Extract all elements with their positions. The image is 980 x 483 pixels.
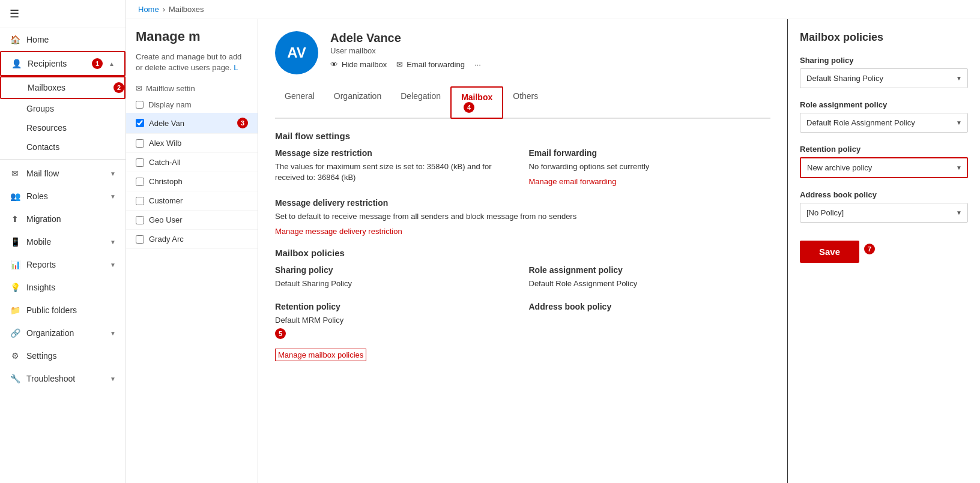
chevron-down-icon: ▼: [110, 193, 116, 200]
table-row[interactable]: Catch-All: [126, 153, 258, 172]
role-assignment-select[interactable]: Default Role Assignment Policy No Policy: [800, 113, 968, 133]
sidebar-item-label: Public folders: [26, 305, 116, 315]
row-name: Adele Van: [149, 119, 232, 128]
table-row[interactable]: Geo User: [126, 211, 258, 230]
tab-delegation[interactable]: Delegation: [391, 86, 450, 119]
retention-policy-label: Retention policy: [800, 145, 968, 154]
mailflow-settings-icon: ✉: [136, 84, 142, 93]
sharing-policy-select[interactable]: Default Sharing Policy No Policy: [800, 68, 968, 88]
manage-email-forwarding-link[interactable]: Manage email forwarding: [529, 177, 771, 186]
sidebar-item-mailflow[interactable]: ✉ Mail flow ▼: [0, 162, 126, 185]
sharing-policy-group: Sharing policy Default Sharing Policy No…: [800, 56, 968, 88]
list-panel-title: Manage m: [126, 29, 258, 52]
role-assignment-select-wrapper: Default Role Assignment Policy No Policy…: [800, 113, 968, 133]
save-button[interactable]: Save: [800, 241, 859, 263]
table-row[interactable]: Christoph: [126, 172, 258, 191]
address-book-select[interactable]: [No Policy]: [800, 203, 968, 223]
breadcrumb-mailboxes: Mailboxes: [169, 5, 204, 14]
sharing-policy-value: Default Sharing Policy: [275, 278, 517, 289]
sidebar-item-reports[interactable]: 📊 Reports ▼: [0, 253, 126, 276]
contacts-label: Contacts: [26, 142, 59, 152]
tab-others[interactable]: Others: [503, 86, 548, 119]
tab-mailbox[interactable]: Mailbox 4: [450, 86, 503, 119]
insights-icon: 💡: [10, 282, 20, 293]
row-name: Catch-All: [149, 158, 248, 167]
sharing-policy-label: Sharing policy: [800, 56, 968, 65]
table-row[interactable]: Grady Arc: [126, 230, 258, 249]
sidebar-item-label: Home: [26, 35, 116, 44]
mailboxes-badge: 2: [113, 82, 124, 93]
sidebar-item-migration[interactable]: ⬆ Migration: [0, 208, 126, 230]
user-type: User mailbox: [330, 46, 770, 55]
row-checkbox[interactable]: [136, 197, 144, 205]
more-options-button[interactable]: ···: [474, 60, 481, 69]
table-row[interactable]: Alex Wilb: [126, 134, 258, 153]
row-checkbox[interactable]: [136, 139, 144, 148]
sidebar-item-home[interactable]: 🏠 Home: [0, 28, 126, 51]
list-panel: Manage m Create and manage but to add or…: [126, 19, 258, 483]
sidebar-item-label: Reports: [26, 260, 104, 269]
sidebar-item-recipients[interactable]: 👤 Recipients 1 ▲: [0, 51, 126, 76]
row-checkbox[interactable]: [136, 158, 144, 167]
sidebar-item-label: Recipients: [28, 59, 86, 68]
save-badge: 7: [864, 244, 875, 254]
sidebar-item-label: Migration: [26, 214, 116, 224]
row-name: Customer: [149, 196, 248, 205]
manage-mailbox-policies-link[interactable]: Manage mailbox policies: [275, 349, 366, 361]
mail-flow-section-title: Mail flow settings: [275, 131, 770, 141]
main-content: Home › Mailboxes Manage m Create and man…: [126, 0, 980, 483]
role-assignment-col: Role assignment policy Default Role Assi…: [529, 265, 771, 289]
retention-policy-group: Retention policy New archive policy Defa…: [800, 145, 968, 178]
row-name: Grady Arc: [149, 235, 248, 244]
sidebar-item-contacts[interactable]: Contacts: [0, 137, 126, 157]
sidebar-header: ☰: [0, 0, 126, 28]
detail-panel: AV Adele Vance User mailbox 👁 Hide mailb…: [258, 19, 788, 483]
retention-policy-badge: 5: [275, 328, 286, 339]
breadcrumb: Home › Mailboxes: [126, 0, 980, 19]
sidebar-item-mobile[interactable]: 📱 Mobile ▼: [0, 230, 126, 253]
table-row[interactable]: Customer: [126, 191, 258, 211]
sidebar-item-insights[interactable]: 💡 Insights: [0, 276, 126, 299]
retention-policy-select[interactable]: New archive policy Default MRM Policy No…: [800, 157, 968, 178]
migration-icon: ⬆: [10, 214, 20, 224]
sidebar-item-roles[interactable]: 👥 Roles ▼: [0, 185, 126, 208]
sidebar-item-settings[interactable]: ⚙ Settings: [0, 344, 126, 367]
row-checkbox[interactable]: [136, 178, 144, 186]
tabs: General Organization Delegation Mailbox …: [275, 86, 770, 119]
hide-mailbox-button[interactable]: 👁 Hide mailbox: [330, 60, 387, 69]
mailflow-settings-label: Mailflow settin: [146, 84, 195, 93]
row-checkbox[interactable]: [136, 216, 144, 224]
message-size-col: Message size restriction The values for …: [275, 148, 517, 186]
active-users-link[interactable]: L: [234, 63, 238, 72]
avatar: AV: [275, 31, 318, 74]
groups-label: Groups: [26, 104, 54, 113]
sidebar-item-organization[interactable]: 🔗 Organization ▼: [0, 322, 126, 344]
email-forwarding-text: No forwarding options set currently: [529, 161, 771, 172]
sidebar-scroll: 🏠 Home 👤 Recipients 1 ▲ Mailboxes 2 Grou…: [0, 28, 126, 483]
sidebar-item-groups[interactable]: Groups: [0, 99, 126, 118]
table-row[interactable]: Adele Van 3: [126, 113, 258, 134]
sidebar-item-resources[interactable]: Resources: [0, 118, 126, 137]
manage-message-delivery-link[interactable]: Manage message delivery restriction: [275, 227, 770, 236]
hamburger-icon[interactable]: ☰: [10, 7, 19, 20]
row-checkbox[interactable]: [136, 119, 144, 127]
hide-mailbox-icon: 👁: [330, 60, 338, 69]
sidebar-item-label: Troubleshoot: [26, 374, 104, 383]
display-name-column: Display nam: [148, 100, 192, 109]
address-book-policy-label: Address book policy: [800, 190, 968, 199]
sidebar-item-label: Insights: [26, 283, 116, 292]
sidebar-item-troubleshoot[interactable]: 🔧 Troubleshoot ▼: [0, 367, 126, 390]
tab-general[interactable]: General: [275, 86, 324, 119]
chevron-down-icon: ▲: [109, 61, 115, 67]
email-forwarding-label: Email forwarding: [407, 60, 465, 69]
user-info: Adele Vance User mailbox 👁 Hide mailbox …: [330, 31, 770, 69]
tab-organization[interactable]: Organization: [324, 86, 391, 119]
row-checkbox[interactable]: [136, 235, 144, 244]
mailflow-settings-action[interactable]: ✉ Mailflow settin: [126, 80, 258, 97]
email-forwarding-button[interactable]: ✉ Email forwarding: [396, 60, 465, 69]
role-assignment-title: Role assignment policy: [529, 265, 771, 275]
select-all-checkbox[interactable]: [136, 101, 144, 109]
sidebar-item-public-folders[interactable]: 📁 Public folders: [0, 299, 126, 322]
breadcrumb-home[interactable]: Home: [138, 5, 159, 14]
sidebar-item-mailboxes[interactable]: Mailboxes 2: [0, 76, 126, 99]
